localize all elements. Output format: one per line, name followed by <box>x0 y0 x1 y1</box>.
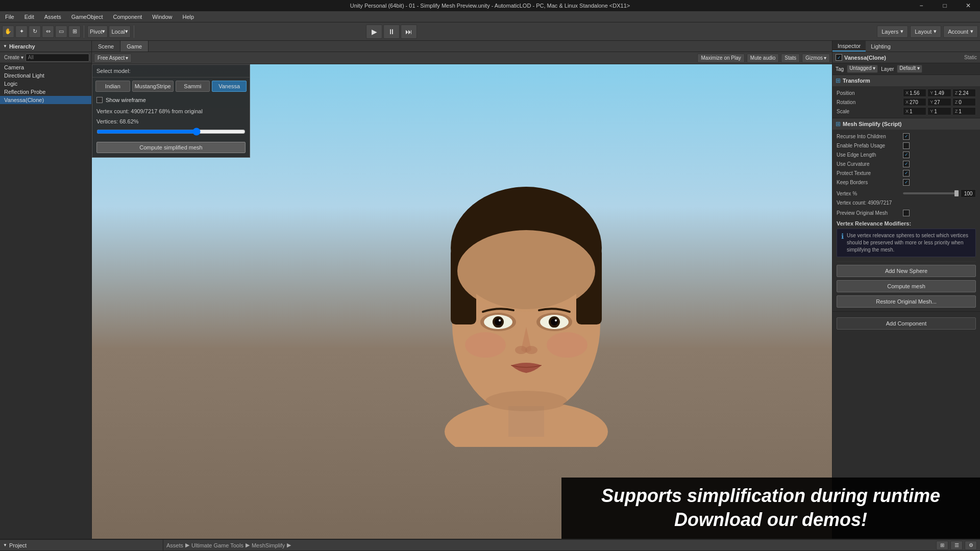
hierarchy-item-directional-light[interactable]: Directional Light <box>0 71 91 80</box>
local-button[interactable]: Local ▾ <box>109 26 130 38</box>
enable-prefab-checkbox[interactable] <box>903 142 910 149</box>
close-button[interactable]: ✕ <box>957 0 980 11</box>
compute-simplified-btn[interactable]: Compute simplified mesh <box>96 142 246 153</box>
protect-texture-label: Protect Texture <box>837 170 903 176</box>
use-curvature-checkbox[interactable] <box>903 161 910 167</box>
stats-btn[interactable]: Stats <box>781 54 800 63</box>
model-btn-mustang[interactable]: MustangStripe <box>132 81 174 92</box>
hierarchy-item-vanessa[interactable]: Vanessa(Clone) <box>0 96 91 104</box>
minimize-button[interactable]: − <box>910 0 933 11</box>
svg-point-21 <box>485 391 567 411</box>
layer-dropdown[interactable]: Default ▾ <box>897 65 922 73</box>
gizmos-btn[interactable]: Gizmos ▾ <box>802 54 830 63</box>
game-toolbar-right: Maximize on Play Mute audio Stats Gizmos… <box>697 54 830 63</box>
compute-mesh-btn[interactable]: Compute mesh <box>837 280 976 292</box>
pivot-button[interactable]: Pivot ▾ <box>87 26 108 38</box>
assets-tool1[interactable]: ⊞ <box>936 541 948 550</box>
object-active-checkbox[interactable] <box>836 54 842 61</box>
menu-gameobject[interactable]: GameObject <box>66 11 108 22</box>
hierarchy-item-reflection-probe[interactable]: Reflection Probe <box>0 88 91 96</box>
use-edge-checkbox[interactable] <box>903 152 910 158</box>
breadcrumb-sep3: ▶ <box>287 542 291 548</box>
hierarchy-triangle: ▼ <box>3 44 7 48</box>
menu-file[interactable]: File <box>0 11 19 22</box>
aspect-label: Free Aspect <box>97 55 125 61</box>
transform-header[interactable]: ⊞ Transform <box>832 75 980 86</box>
keep-borders-checkbox[interactable] <box>903 179 910 186</box>
assets-tool3[interactable]: ⚙ <box>965 541 977 550</box>
all-tool[interactable]: ⊞ <box>68 26 81 38</box>
protect-texture-checkbox[interactable] <box>903 170 910 177</box>
mesh-simplify-header[interactable]: ⊞ Mesh Simplify (Script) <box>832 118 980 130</box>
keep-borders-label: Keep Borders <box>837 180 903 185</box>
recurse-checkbox[interactable] <box>903 133 910 140</box>
rot-y-field[interactable]: Y27 <box>927 98 951 106</box>
account-dropdown[interactable]: Account ▾ <box>943 26 978 38</box>
create-button[interactable]: Create ▾ <box>2 55 26 60</box>
rotate-tool[interactable]: ↻ <box>29 26 41 38</box>
assets-tool2[interactable]: ☰ <box>950 541 963 550</box>
use-curvature-row: Use Curvature <box>837 159 976 168</box>
svg-point-17 <box>525 346 537 354</box>
breadcrumb-ugt[interactable]: Ultimate Game Tools <box>191 542 243 548</box>
game-viewport[interactable]: Select model: Indian MustangStripe Sammi… <box>92 64 832 539</box>
tab-game[interactable]: Game <box>120 41 149 52</box>
breadcrumb-assets[interactable]: Assets <box>166 542 183 548</box>
aspect-dropdown[interactable]: Free Aspect ▾ <box>94 54 132 63</box>
vertices-pct-display: Vertices: 68.62% <box>92 117 250 127</box>
layers-dropdown[interactable]: Layers ▾ <box>877 26 908 38</box>
wireframe-checkbox[interactable] <box>96 97 103 103</box>
maximize-on-play-btn[interactable]: Maximize on Play <box>697 54 744 63</box>
simplify-slider[interactable] <box>96 128 246 136</box>
tag-dropdown[interactable]: Untagged ▾ <box>847 65 878 73</box>
svg-point-14 <box>499 319 501 321</box>
model-btn-sammi[interactable]: Sammi <box>176 81 210 92</box>
rect-tool[interactable]: ▭ <box>55 26 67 38</box>
model-btn-vanessa[interactable]: Vanessa <box>212 81 247 92</box>
breadcrumb-sep1: ▶ <box>185 542 189 548</box>
breadcrumb-meshsimplify[interactable]: MeshSimplify <box>252 542 285 548</box>
pos-x-field[interactable]: X1.56 <box>903 89 926 97</box>
menu-window[interactable]: Window <box>147 11 177 22</box>
layout-dropdown[interactable]: Layout ▾ <box>910 26 941 38</box>
recurse-row: Recurse Into Children <box>837 132 976 141</box>
scale-tool[interactable]: ⇔ <box>42 26 54 38</box>
tab-inspector[interactable]: Inspector <box>832 41 866 52</box>
menu-component[interactable]: Component <box>108 11 147 22</box>
move-tool[interactable]: ✦ <box>15 26 28 38</box>
add-component-section: Add Component <box>832 312 980 335</box>
preview-mesh-checkbox[interactable] <box>903 210 910 216</box>
hierarchy-item-camera[interactable]: Camera <box>0 63 91 71</box>
play-button[interactable]: ▶ <box>366 24 382 39</box>
menu-assets[interactable]: Assets <box>39 11 66 22</box>
tab-scene[interactable]: Scene <box>92 41 120 52</box>
scale-y-field[interactable]: Y1 <box>927 107 951 115</box>
scale-x-field[interactable]: X1 <box>903 107 926 115</box>
step-button[interactable]: ⏭ <box>401 24 417 39</box>
pos-z-field[interactable]: Z2.24 <box>952 89 976 97</box>
use-curvature-label: Use Curvature <box>837 161 903 167</box>
vertex-pct-value[interactable]: 100 <box>961 189 976 197</box>
rot-x-field[interactable]: X270 <box>903 98 926 106</box>
tab-lighting[interactable]: Lighting <box>866 41 896 52</box>
transform-body: Position X1.56 Y1.49 Z2.24 Rotation X270… <box>832 86 980 118</box>
model-btn-indian[interactable]: Indian <box>95 81 130 92</box>
scale-z-field[interactable]: Z1 <box>952 107 976 115</box>
toolbar-right: Layers ▾ Layout ▾ Account ▾ <box>877 26 978 38</box>
assets-panel-header: Assets ▶ Ultimate Game Tools ▶ MeshSimpl… <box>163 540 980 551</box>
hierarchy-panel: ▼ Hierarchy Create ▾ Camera Directional … <box>0 41 92 539</box>
hand-tool[interactable]: ✋ <box>2 26 14 38</box>
mute-audio-btn[interactable]: Mute audio <box>747 54 779 63</box>
hierarchy-item-logic[interactable]: Logic <box>0 80 91 88</box>
add-component-btn[interactable]: Add Component <box>837 317 976 330</box>
pos-y-field[interactable]: Y1.49 <box>927 89 951 97</box>
restore-original-mesh-btn[interactable]: Restore Original Mesh... <box>837 295 976 308</box>
hierarchy-search[interactable] <box>26 54 89 62</box>
rot-z-field[interactable]: Z0 <box>952 98 976 106</box>
layer-value: Default <box>899 65 916 71</box>
menu-help[interactable]: Help <box>177 11 199 22</box>
pause-button[interactable]: ⏸ <box>383 24 400 39</box>
menu-edit[interactable]: Edit <box>19 11 39 22</box>
maximize-button[interactable]: □ <box>933 0 957 11</box>
add-new-sphere-btn[interactable]: Add New Sphere <box>837 265 976 277</box>
